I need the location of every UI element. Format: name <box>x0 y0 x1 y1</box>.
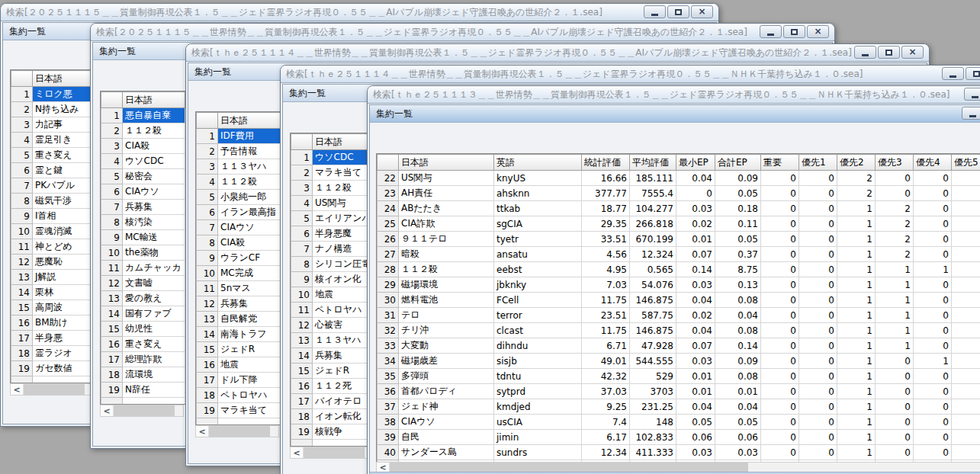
row-number[interactable]: 16 <box>101 337 123 352</box>
table-cell[interactable]: 首都パロディ <box>399 384 494 399</box>
row-number[interactable]: 3 <box>101 139 123 154</box>
row-number[interactable]: 9 <box>291 272 313 287</box>
list-row[interactable]: 18霊ラジオ <box>11 346 95 361</box>
table-cell[interactable]: 0.565 <box>630 262 676 277</box>
table-cell[interactable]: 0 <box>876 354 914 369</box>
list-row[interactable]: 7ナノ構造 <box>291 242 375 257</box>
table-cell[interactable]: 4.95 <box>582 262 630 277</box>
table-cell[interactable]: ９１１テロ <box>399 232 494 247</box>
list-row[interactable]: 8CIA殺 <box>197 235 281 251</box>
table-cell[interactable]: 0 <box>761 293 799 308</box>
list-cell[interactable]: 半身悪魔 <box>313 226 375 242</box>
table-cell[interactable]: sytprd <box>494 384 582 399</box>
table-cell[interactable]: 0.03 <box>676 445 715 460</box>
table-cell[interactable] <box>952 445 980 460</box>
list-row[interactable]: 15ジェドR <box>197 342 281 357</box>
row-number[interactable]: 16 <box>197 357 218 373</box>
table-cell[interactable] <box>952 247 980 262</box>
table-cell[interactable]: 0 <box>799 186 837 201</box>
list-cell[interactable]: CIA殺 <box>123 139 185 154</box>
row-number[interactable]: 18 <box>291 409 313 424</box>
table-cell[interactable]: 0 <box>761 277 799 293</box>
table-cell[interactable]: 0 <box>876 430 914 445</box>
row-number[interactable]: 6 <box>11 163 33 178</box>
table-cell[interactable]: 0 <box>799 445 837 460</box>
table-cell[interactable]: 0 <box>761 201 799 216</box>
list-cell[interactable]: 幼児性 <box>123 322 185 337</box>
table-cell[interactable]: 42.32 <box>582 369 630 384</box>
row-number[interactable]: 13 <box>101 291 123 306</box>
list-row[interactable]: 13愛の教え <box>101 291 185 306</box>
table-cell[interactable]: 0 <box>914 293 952 308</box>
table-cell[interactable]: 0 <box>914 415 952 430</box>
list-row[interactable]: 9ウランCF <box>197 251 281 266</box>
table-cell[interactable]: 0 <box>761 323 799 338</box>
table-cell[interactable]: 0 <box>876 415 914 430</box>
table-cell[interactable]: 0 <box>761 232 799 247</box>
list-row[interactable]: 12文書嘘 <box>101 276 185 291</box>
table-cell[interactable]: 102.833 <box>630 430 676 445</box>
table-cell[interactable]: 37.03 <box>582 384 630 399</box>
row-number[interactable]: 6 <box>291 226 313 242</box>
table-cell[interactable]: 6.17 <box>582 430 630 445</box>
row-number[interactable]: 36 <box>378 384 399 399</box>
close-button[interactable]: × <box>691 5 713 18</box>
table-row[interactable]: 24ABたたきttkab18.77104.2770.030.1800120 <box>378 201 980 216</box>
list-row[interactable]: 14兵募集 <box>291 348 375 364</box>
list-cell[interactable]: バイオテロ <box>313 394 375 409</box>
table-cell[interactable] <box>952 201 980 216</box>
row-number[interactable]: 3 <box>291 181 313 196</box>
close-button[interactable]: × <box>807 25 829 38</box>
table-cell[interactable]: 0 <box>799 415 837 430</box>
list-row[interactable]: 2マラキ当て <box>291 165 375 181</box>
row-number[interactable]: 13 <box>11 270 33 285</box>
table-cell[interactable]: 1 <box>837 293 876 308</box>
list-cell[interactable]: 5nマス <box>218 281 281 296</box>
row-number[interactable]: 12 <box>197 296 218 312</box>
row-number[interactable]: 11 <box>197 281 218 296</box>
row-number[interactable]: 18 <box>197 388 218 403</box>
table-cell[interactable]: 0 <box>799 430 837 445</box>
list-row[interactable]: 6CIAウソ <box>101 184 185 200</box>
table-cell[interactable]: 6.71 <box>582 338 630 354</box>
table-cell[interactable]: 0.02 <box>676 216 715 232</box>
table-cell[interactable]: 0 <box>914 171 952 186</box>
table-cell[interactable]: 0 <box>914 201 952 216</box>
table-cell[interactable]: 2 <box>876 201 914 216</box>
list-row[interactable]: 3１１３ヤハ <box>197 159 281 175</box>
list-row[interactable]: 14栗林 <box>11 285 95 300</box>
row-number[interactable]: 14 <box>101 306 123 322</box>
row-number[interactable]: 15 <box>291 364 313 379</box>
row-number[interactable]: 39 <box>378 430 399 445</box>
row-number[interactable]: 2 <box>101 123 123 139</box>
table-cell[interactable]: 29.35 <box>582 216 630 232</box>
list-row[interactable]: 2N持ち込み <box>11 102 95 117</box>
table-cell[interactable]: 9.25 <box>582 399 630 415</box>
table-row[interactable]: 27暗殺ansatu4.5612.3240.070.3700120 <box>378 247 980 262</box>
list-cell[interactable]: イオン転化 <box>313 409 375 424</box>
table-cell[interactable]: 0 <box>761 445 799 460</box>
list-row[interactable]: 6イラン最高指 <box>197 205 281 220</box>
list-row[interactable]: 3力記事 <box>11 117 95 133</box>
table-cell[interactable]: 18.77 <box>582 201 630 216</box>
list-cell[interactable]: 核汚染 <box>123 215 185 230</box>
row-number[interactable]: 15 <box>11 300 33 315</box>
table-cell[interactable]: 0.06 <box>676 430 715 445</box>
table-cell[interactable]: tdntu <box>494 369 582 384</box>
horizontal-scrollbar[interactable]: < <box>100 405 184 417</box>
list-cell[interactable]: BM助け <box>33 315 95 331</box>
row-number[interactable]: 30 <box>378 293 399 308</box>
scrollbar-thumb[interactable] <box>304 447 365 458</box>
table-cell[interactable] <box>952 369 980 384</box>
list-row[interactable]: 11神とどめ <box>11 239 95 255</box>
table-row[interactable]: 39自民jimin6.17102.8330.060.0600100 <box>378 430 980 445</box>
table-cell[interactable]: 0.04 <box>715 399 761 415</box>
table-cell[interactable]: 0 <box>761 262 799 277</box>
table-cell[interactable]: 1 <box>837 354 876 369</box>
list-cell[interactable]: 予告情報 <box>218 144 281 159</box>
table-cell[interactable]: 0 <box>799 338 837 354</box>
row-number[interactable]: 29 <box>378 277 399 293</box>
table-cell[interactable]: 0.05 <box>715 232 761 247</box>
list-row[interactable]: 5小泉純一郎 <box>197 190 281 205</box>
table-cell[interactable]: 0 <box>914 308 952 323</box>
